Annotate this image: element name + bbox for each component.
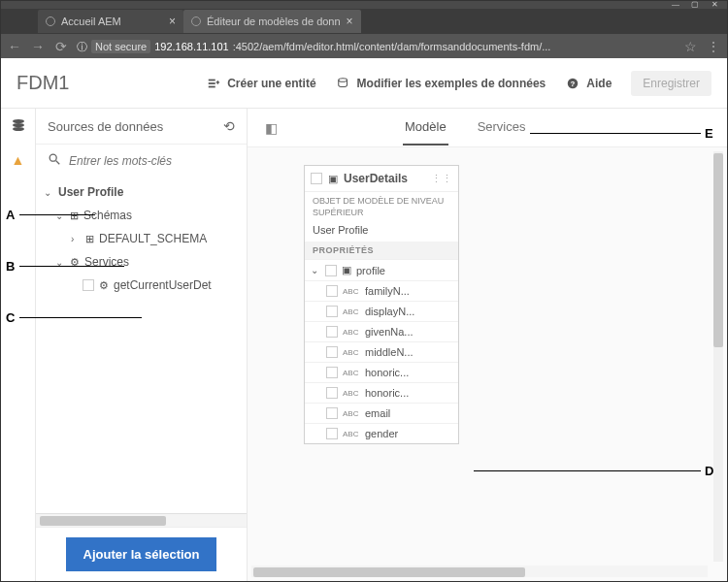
save-button[interactable]: Enregistrer bbox=[631, 71, 711, 96]
scrollbar-thumb[interactable] bbox=[713, 153, 723, 347]
annotation-e: E bbox=[705, 126, 713, 141]
tree-node-schemas[interactable]: ⌄ ⊞ Schémas bbox=[36, 204, 247, 227]
prop-row[interactable]: ABCdisplayN... bbox=[305, 301, 458, 321]
checkbox[interactable] bbox=[326, 428, 338, 439]
type-badge: ABC bbox=[343, 430, 360, 438]
annotation-d: D bbox=[705, 464, 713, 478]
checkbox[interactable] bbox=[326, 306, 338, 317]
svg-rect-0 bbox=[209, 79, 215, 81]
drag-handle-icon[interactable]: ⋮⋮ bbox=[431, 173, 452, 185]
address-bar[interactable]: ⓘ Not secure 192.168.11.101:4502/aem/fdm… bbox=[77, 40, 675, 54]
browser-tabs: Accueil AEM × Éditeur de modèles de donn… bbox=[1, 9, 727, 34]
menu-icon[interactable]: ⋮ bbox=[706, 39, 721, 54]
panel-toggle-icon[interactable]: ◧ bbox=[255, 120, 286, 136]
tree-node-service-item[interactable]: ⚙ getCurrentUserDet bbox=[36, 274, 247, 297]
entity-icon: ▣ bbox=[328, 173, 338, 185]
datasource-tree: ⌄ User Profile ⌄ ⊞ Schémas › ⊞ DEFAULT_S… bbox=[36, 177, 247, 513]
sidebar-hscroll[interactable] bbox=[36, 513, 247, 527]
prop-row[interactable]: ABChonoric... bbox=[305, 382, 458, 403]
app-frame: FDM1 Créer une entité Modifier les exemp… bbox=[0, 58, 728, 582]
type-badge: ABC bbox=[343, 287, 360, 296]
entity-card-userdetails[interactable]: ▣ UserDetails ⋮⋮ OBJET DE MODÈLE DE NIVE… bbox=[304, 165, 459, 444]
tree-root-user-profile[interactable]: ⌄ User Profile bbox=[36, 180, 247, 204]
annotation-c: C bbox=[6, 310, 15, 325]
create-entity-button[interactable]: Créer une entité bbox=[206, 76, 315, 91]
canvas-vscroll[interactable] bbox=[713, 151, 723, 562]
favicon-icon bbox=[46, 16, 55, 26]
svg-rect-2 bbox=[209, 85, 215, 87]
prop-row[interactable]: ABCemail bbox=[305, 403, 458, 423]
close-icon[interactable]: × bbox=[347, 15, 353, 28]
reload-icon[interactable]: ⟳ bbox=[53, 39, 69, 54]
prop-row[interactable]: ABCgivenNa... bbox=[305, 321, 458, 341]
checkbox[interactable] bbox=[325, 265, 337, 276]
browser-tab-fdm-editor[interactable]: Éditeur de modèles de donn × bbox=[183, 10, 361, 33]
sidebar-footer: Ajouter la sélection bbox=[36, 527, 247, 581]
checkbox[interactable] bbox=[326, 387, 338, 399]
sidebar: Sources de données ⟲ ⌄ User Profile ⌄ ⊞ … bbox=[36, 109, 248, 581]
left-rail: ▲ bbox=[1, 109, 36, 581]
create-entity-icon bbox=[206, 76, 221, 91]
browser-chrome: — ▢ ✕ Accueil AEM × Éditeur de modèles d… bbox=[0, 0, 728, 58]
prop-row[interactable]: ABChonoric... bbox=[305, 362, 458, 382]
tree-node-services[interactable]: ⌄ ⚙ Services bbox=[36, 250, 247, 274]
browser-tab-aem-home[interactable]: Accueil AEM × bbox=[38, 10, 183, 33]
canvas-hscroll[interactable] bbox=[251, 566, 708, 577]
star-icon[interactable]: ☆ bbox=[682, 39, 698, 54]
checkbox[interactable] bbox=[326, 407, 338, 419]
url-host: 192.168.11.101 bbox=[154, 41, 228, 52]
annotation-line bbox=[530, 133, 701, 134]
window-titlebar: — ▢ ✕ bbox=[1, 1, 727, 9]
tab-model[interactable]: Modèle bbox=[403, 110, 448, 146]
canvas[interactable]: ▣ UserDetails ⋮⋮ OBJET DE MODÈLE DE NIVE… bbox=[248, 147, 727, 581]
tree-label: User Profile bbox=[58, 185, 123, 199]
annotation-line bbox=[19, 317, 142, 318]
tree-node-default-schema[interactable]: › ⊞ DEFAULT_SCHEMA bbox=[36, 227, 247, 250]
entity-title: UserDetails bbox=[344, 172, 408, 185]
sidebar-title: Sources de données bbox=[48, 119, 163, 134]
checkbox[interactable] bbox=[326, 326, 338, 338]
url-path: :4502/aem/fdm/editor.html/content/dam/fo… bbox=[233, 41, 551, 52]
page-title: FDM1 bbox=[17, 72, 69, 94]
warning-icon[interactable]: ▲ bbox=[12, 152, 25, 168]
checkbox[interactable] bbox=[326, 346, 338, 358]
app-toolbar: FDM1 Créer une entité Modifier les exemp… bbox=[1, 58, 727, 109]
close-icon[interactable]: × bbox=[169, 15, 176, 28]
prop-row[interactable]: ABCgender bbox=[305, 423, 458, 443]
info-icon: ⓘ bbox=[77, 40, 87, 54]
main-area: ◧ Modèle Services ▣ UserDetails ⋮⋮ OBJET… bbox=[248, 109, 727, 581]
help-button[interactable]: ? Aide bbox=[565, 76, 612, 91]
checkbox[interactable] bbox=[311, 173, 322, 184]
prop-row[interactable]: ABCmiddleN... bbox=[305, 341, 458, 362]
refresh-icon[interactable]: ⟲ bbox=[223, 118, 235, 134]
prop-row[interactable]: ABCfamilyN... bbox=[305, 280, 458, 301]
svg-point-8 bbox=[13, 119, 24, 123]
forward-icon[interactable]: → bbox=[30, 39, 46, 54]
chevron-down-icon: ⌄ bbox=[44, 187, 53, 198]
datasource-icon[interactable] bbox=[11, 118, 26, 135]
modify-samples-button[interactable]: Modifier les exemples de données bbox=[336, 76, 546, 91]
schema-icon: ⊞ bbox=[85, 233, 94, 245]
back-icon[interactable]: ← bbox=[7, 39, 22, 54]
add-selection-button[interactable]: Ajouter la sélection bbox=[66, 537, 217, 571]
svg-text:?: ? bbox=[571, 79, 576, 87]
gear-icon: ⚙ bbox=[99, 279, 109, 292]
help-icon: ? bbox=[565, 76, 580, 91]
tree-label: Schémas bbox=[83, 209, 132, 222]
scrollbar-thumb[interactable] bbox=[40, 516, 166, 526]
prop-label: familyN... bbox=[365, 285, 410, 297]
checkbox[interactable] bbox=[326, 285, 338, 297]
annotation-line bbox=[474, 470, 701, 471]
checkbox[interactable] bbox=[326, 367, 338, 378]
tree-label: DEFAULT_SCHEMA bbox=[99, 232, 207, 245]
search-input[interactable] bbox=[69, 154, 235, 168]
tab-services[interactable]: Services bbox=[476, 110, 528, 146]
close-window-icon[interactable]: ✕ bbox=[706, 2, 723, 8]
checkbox[interactable] bbox=[83, 279, 94, 291]
scrollbar-thumb[interactable] bbox=[253, 567, 525, 577]
prop-row-profile[interactable]: ⌄ ▣ profile bbox=[305, 259, 458, 280]
maximize-icon[interactable]: ▢ bbox=[686, 2, 704, 8]
minimize-icon[interactable]: — bbox=[667, 2, 684, 8]
favicon-icon bbox=[191, 16, 201, 26]
chevron-down-icon: ⌄ bbox=[55, 210, 65, 221]
